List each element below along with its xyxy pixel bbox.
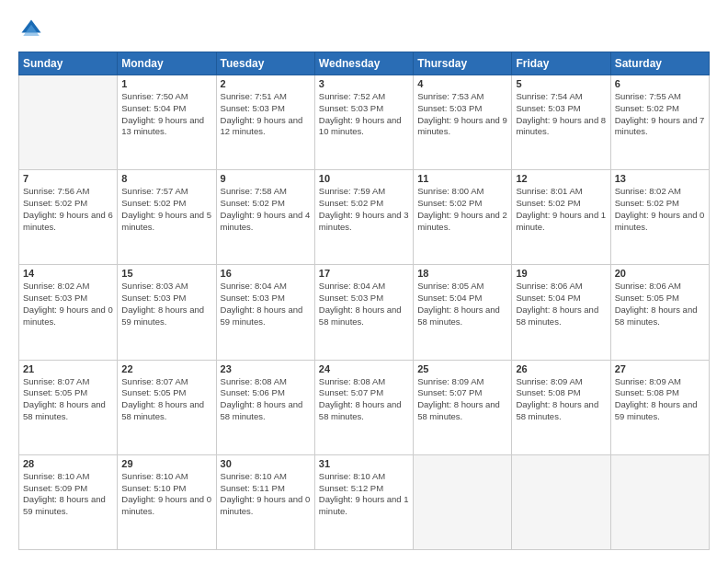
day-number: 24: [319, 363, 409, 374]
day-info: Sunrise: 8:07 AM Sunset: 5:05 PM Dayligh…: [23, 376, 113, 423]
day-info: Sunrise: 7:54 AM Sunset: 5:03 PM Dayligh…: [516, 91, 606, 138]
day-number: 26: [516, 363, 606, 374]
weekday-wednesday: Wednesday: [314, 52, 413, 75]
calendar-cell: 31Sunrise: 8:10 AM Sunset: 5:12 PM Dayli…: [314, 454, 413, 549]
calendar-week-row: 7Sunrise: 7:56 AM Sunset: 5:02 PM Daylig…: [19, 170, 710, 265]
calendar-cell: 28Sunrise: 8:10 AM Sunset: 5:09 PM Dayli…: [19, 454, 118, 549]
day-number: 2: [221, 78, 311, 89]
calendar-week-row: 1Sunrise: 7:50 AM Sunset: 5:04 PM Daylig…: [19, 75, 710, 170]
day-info: Sunrise: 7:51 AM Sunset: 5:03 PM Dayligh…: [221, 91, 311, 138]
day-number: 10: [319, 173, 409, 184]
day-info: Sunrise: 8:06 AM Sunset: 5:05 PM Dayligh…: [615, 281, 705, 327]
calendar-week-row: 28Sunrise: 8:10 AM Sunset: 5:09 PM Dayli…: [19, 454, 710, 549]
calendar-cell: 19Sunrise: 8:06 AM Sunset: 5:04 PM Dayli…: [512, 265, 610, 360]
day-number: 11: [417, 173, 507, 184]
calendar-cell: 12Sunrise: 8:01 AM Sunset: 5:02 PM Dayli…: [512, 170, 610, 265]
weekday-friday: Friday: [512, 52, 610, 75]
calendar-cell: 25Sunrise: 8:09 AM Sunset: 5:07 PM Dayli…: [414, 360, 512, 454]
page: SundayMondayTuesdayWednesdayThursdayFrid…: [0, 0, 728, 563]
day-number: 9: [221, 173, 311, 184]
calendar-cell: 14Sunrise: 8:02 AM Sunset: 5:03 PM Dayli…: [19, 265, 118, 360]
day-number: 23: [221, 363, 311, 374]
day-info: Sunrise: 8:05 AM Sunset: 5:04 PM Dayligh…: [417, 281, 507, 327]
calendar-cell: 26Sunrise: 8:09 AM Sunset: 5:08 PM Dayli…: [512, 360, 610, 454]
day-info: Sunrise: 8:02 AM Sunset: 5:02 PM Dayligh…: [615, 186, 705, 233]
calendar-cell: 6Sunrise: 7:55 AM Sunset: 5:02 PM Daylig…: [610, 75, 709, 170]
day-info: Sunrise: 8:09 AM Sunset: 5:08 PM Dayligh…: [615, 376, 705, 423]
day-number: 29: [121, 458, 211, 469]
day-number: 20: [615, 268, 705, 279]
day-info: Sunrise: 8:04 AM Sunset: 5:03 PM Dayligh…: [319, 281, 409, 327]
calendar-cell: 29Sunrise: 8:10 AM Sunset: 5:10 PM Dayli…: [118, 454, 216, 549]
weekday-header-row: SundayMondayTuesdayWednesdayThursdayFrid…: [19, 52, 710, 75]
calendar-cell: [414, 454, 512, 549]
calendar-cell: 30Sunrise: 8:10 AM Sunset: 5:11 PM Dayli…: [216, 454, 314, 549]
day-number: 21: [23, 363, 113, 374]
day-info: Sunrise: 8:02 AM Sunset: 5:03 PM Dayligh…: [23, 281, 113, 327]
calendar-cell: 27Sunrise: 8:09 AM Sunset: 5:08 PM Dayli…: [610, 360, 709, 454]
calendar-week-row: 14Sunrise: 8:02 AM Sunset: 5:03 PM Dayli…: [19, 265, 710, 360]
weekday-thursday: Thursday: [414, 52, 512, 75]
header: [18, 17, 710, 42]
calendar-cell: 5Sunrise: 7:54 AM Sunset: 5:03 PM Daylig…: [512, 75, 610, 170]
calendar-cell: 16Sunrise: 8:04 AM Sunset: 5:03 PM Dayli…: [216, 265, 314, 360]
day-info: Sunrise: 8:06 AM Sunset: 5:04 PM Dayligh…: [516, 281, 606, 327]
weekday-monday: Monday: [118, 52, 216, 75]
calendar-cell: 11Sunrise: 8:00 AM Sunset: 5:02 PM Dayli…: [414, 170, 512, 265]
calendar-cell: [610, 454, 709, 549]
day-info: Sunrise: 8:10 AM Sunset: 5:09 PM Dayligh…: [23, 471, 113, 518]
calendar-cell: 22Sunrise: 8:07 AM Sunset: 5:05 PM Dayli…: [118, 360, 216, 454]
day-number: 18: [417, 268, 507, 279]
calendar-cell: 15Sunrise: 8:03 AM Sunset: 5:03 PM Dayli…: [118, 265, 216, 360]
day-info: Sunrise: 7:56 AM Sunset: 5:02 PM Dayligh…: [23, 186, 113, 233]
day-info: Sunrise: 7:52 AM Sunset: 5:03 PM Dayligh…: [319, 91, 409, 138]
day-number: 22: [121, 363, 211, 374]
day-info: Sunrise: 8:08 AM Sunset: 5:06 PM Dayligh…: [221, 376, 311, 423]
day-info: Sunrise: 7:57 AM Sunset: 5:02 PM Dayligh…: [121, 186, 211, 233]
weekday-sunday: Sunday: [19, 52, 118, 75]
day-info: Sunrise: 8:08 AM Sunset: 5:07 PM Dayligh…: [319, 376, 409, 423]
calendar-cell: 13Sunrise: 8:02 AM Sunset: 5:02 PM Dayli…: [610, 170, 709, 265]
day-number: 8: [121, 173, 211, 184]
calendar-cell: 24Sunrise: 8:08 AM Sunset: 5:07 PM Dayli…: [314, 360, 413, 454]
day-info: Sunrise: 7:59 AM Sunset: 5:02 PM Dayligh…: [319, 186, 409, 233]
day-info: Sunrise: 8:03 AM Sunset: 5:03 PM Dayligh…: [121, 281, 211, 327]
calendar-cell: 7Sunrise: 7:56 AM Sunset: 5:02 PM Daylig…: [19, 170, 118, 265]
day-number: 31: [319, 458, 409, 469]
calendar-table: SundayMondayTuesdayWednesdayThursdayFrid…: [18, 52, 710, 550]
day-number: 3: [319, 78, 409, 89]
day-number: 1: [121, 78, 211, 89]
day-number: 30: [221, 458, 311, 469]
logo-icon: [18, 17, 44, 42]
day-info: Sunrise: 8:10 AM Sunset: 5:10 PM Dayligh…: [121, 471, 211, 518]
calendar-cell: 8Sunrise: 7:57 AM Sunset: 5:02 PM Daylig…: [118, 170, 216, 265]
day-info: Sunrise: 8:10 AM Sunset: 5:12 PM Dayligh…: [319, 471, 409, 518]
day-info: Sunrise: 8:09 AM Sunset: 5:07 PM Dayligh…: [417, 376, 507, 423]
day-info: Sunrise: 7:58 AM Sunset: 5:02 PM Dayligh…: [221, 186, 311, 233]
day-info: Sunrise: 8:07 AM Sunset: 5:05 PM Dayligh…: [121, 376, 211, 423]
logo: [18, 17, 48, 42]
day-number: 14: [23, 268, 113, 279]
day-info: Sunrise: 8:01 AM Sunset: 5:02 PM Dayligh…: [516, 186, 606, 233]
day-number: 6: [615, 78, 705, 89]
day-number: 25: [417, 363, 507, 374]
weekday-saturday: Saturday: [610, 52, 709, 75]
day-number: 7: [23, 173, 113, 184]
calendar-cell: 3Sunrise: 7:52 AM Sunset: 5:03 PM Daylig…: [314, 75, 413, 170]
calendar-cell: 17Sunrise: 8:04 AM Sunset: 5:03 PM Dayli…: [314, 265, 413, 360]
day-number: 5: [516, 78, 606, 89]
calendar-cell: 18Sunrise: 8:05 AM Sunset: 5:04 PM Dayli…: [414, 265, 512, 360]
day-number: 13: [615, 173, 705, 184]
calendar-cell: 10Sunrise: 7:59 AM Sunset: 5:02 PM Dayli…: [314, 170, 413, 265]
day-number: 12: [516, 173, 606, 184]
calendar-cell: 2Sunrise: 7:51 AM Sunset: 5:03 PM Daylig…: [216, 75, 314, 170]
day-info: Sunrise: 8:10 AM Sunset: 5:11 PM Dayligh…: [221, 471, 311, 518]
day-number: 17: [319, 268, 409, 279]
day-info: Sunrise: 7:55 AM Sunset: 5:02 PM Dayligh…: [615, 91, 705, 138]
calendar-cell: [512, 454, 610, 549]
day-number: 16: [221, 268, 311, 279]
calendar-cell: 23Sunrise: 8:08 AM Sunset: 5:06 PM Dayli…: [216, 360, 314, 454]
calendar-cell: 4Sunrise: 7:53 AM Sunset: 5:03 PM Daylig…: [414, 75, 512, 170]
day-number: 19: [516, 268, 606, 279]
day-number: 27: [615, 363, 705, 374]
